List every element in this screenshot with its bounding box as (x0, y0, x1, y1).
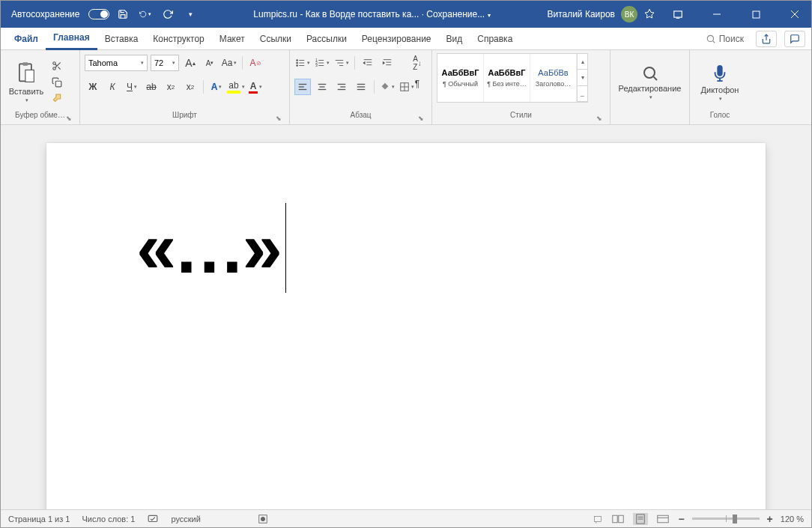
redo-icon[interactable] (162, 8, 174, 20)
underline-button[interactable]: Ч▾ (124, 79, 140, 95)
gallery-up[interactable]: ▴ (578, 54, 587, 70)
indent-dec-button[interactable] (360, 55, 376, 71)
font-size-select[interactable]: 72▾ (151, 55, 179, 71)
align-left-button[interactable] (294, 79, 311, 95)
ribbon-tabs: Файл Главная Вставка Конструктор Макет С… (1, 28, 811, 50)
svg-point-19 (296, 62, 298, 64)
clear-format-button[interactable]: A⊘ (247, 55, 264, 71)
italic-button[interactable]: К (104, 79, 121, 95)
shading-button[interactable]: ▾ (379, 79, 396, 95)
align-center-button[interactable] (314, 79, 330, 95)
align-justify-button[interactable] (353, 79, 369, 95)
svg-rect-62 (613, 515, 617, 523)
read-mode-button[interactable] (610, 513, 625, 525)
style-normal[interactable]: АаБбВвГ¶ Обычный (437, 54, 484, 102)
align-right-button[interactable] (333, 79, 350, 95)
coming-soon-icon[interactable] (643, 8, 655, 20)
paste-button[interactable]: Вставить ▾ (5, 53, 47, 111)
paragraph-group-label: Абзац (350, 111, 371, 119)
tab-review[interactable]: Рецензирование (354, 28, 439, 50)
spell-check-icon[interactable] (147, 514, 159, 524)
gallery-down[interactable]: ▾ (578, 70, 587, 85)
show-marks-button[interactable]: ¶ (409, 76, 425, 92)
superscript-button[interactable]: x2 (182, 79, 199, 95)
svg-text:3: 3 (315, 63, 318, 67)
style-heading1[interactable]: АаБбВвЗаголово… (530, 54, 577, 102)
maximize-button[interactable] (739, 1, 772, 28)
user-name[interactable]: Виталий Каиров (547, 9, 615, 19)
voice-group-label: Голос (710, 111, 730, 119)
tab-insert[interactable]: Вставка (97, 28, 146, 50)
zoom-level[interactable]: 120 % (781, 515, 804, 524)
macro-icon[interactable] (258, 514, 268, 524)
dictate-button[interactable]: Диктофон ▾ (694, 53, 745, 111)
text-effects-button[interactable]: A▾ (208, 79, 225, 95)
cut-icon[interactable] (50, 60, 64, 72)
svg-line-15 (55, 64, 57, 65)
style-no-spacing[interactable]: АаБбВвГ¶ Без инте… (484, 54, 530, 102)
font-name-select[interactable]: Tahoma▾ (85, 55, 148, 71)
tab-layout[interactable]: Макет (212, 28, 252, 50)
page-indicator[interactable]: Страница 1 из 1 (8, 515, 70, 524)
numbering-button[interactable]: 123▾ (314, 55, 330, 71)
bullets-button[interactable]: ▾ (294, 55, 311, 71)
qat-customize-icon[interactable]: ▾ (184, 8, 196, 20)
tab-view[interactable]: Вид (439, 28, 470, 50)
share-button[interactable] (756, 31, 777, 47)
zoom-slider[interactable] (692, 518, 760, 520)
styles-gallery[interactable]: АаБбВвГ¶ Обычный АаБбВвГ¶ Без инте… АаБб… (437, 53, 588, 103)
svg-point-17 (296, 59, 298, 61)
svg-line-14 (58, 67, 60, 69)
font-color-button[interactable]: A▾ (247, 79, 264, 95)
close-button[interactable] (778, 1, 811, 28)
svg-rect-67 (658, 515, 668, 523)
shrink-font-button[interactable]: A▾ (202, 55, 218, 71)
styles-dialog-launcher[interactable]: ⬊ (595, 115, 604, 124)
strike-button[interactable]: ab (143, 79, 160, 95)
editing-button[interactable]: Редактирование ▾ (615, 53, 685, 111)
web-layout-button[interactable] (655, 513, 670, 525)
print-layout-button[interactable] (633, 513, 648, 525)
search-icon (706, 34, 716, 44)
ribbon-display-icon[interactable] (661, 1, 694, 28)
sort-button[interactable]: AZ↓ (409, 55, 425, 71)
clipboard-dialog-launcher[interactable]: ⬊ (64, 115, 73, 124)
tab-references[interactable]: Ссылки (252, 28, 299, 50)
comments-button[interactable] (784, 31, 805, 47)
tab-mailings[interactable]: Рассылки (299, 28, 354, 50)
zoom-out-button[interactable]: − (678, 513, 684, 525)
paragraph-dialog-launcher[interactable]: ⬊ (416, 115, 425, 124)
minimize-button[interactable] (700, 1, 733, 28)
subscript-button[interactable]: x2 (163, 79, 179, 95)
indent-inc-button[interactable] (379, 55, 396, 71)
svg-point-11 (53, 61, 56, 64)
tab-design[interactable]: Конструктор (145, 28, 211, 50)
user-avatar[interactable]: ВК (621, 6, 637, 22)
tab-file[interactable]: Файл (7, 28, 46, 50)
gallery-more[interactable]: ⎯ (578, 86, 587, 102)
save-icon[interactable] (117, 8, 129, 20)
tab-help[interactable]: Справка (470, 28, 520, 50)
copy-icon[interactable] (50, 76, 64, 88)
document-area[interactable]: «…» (1, 125, 811, 509)
search-box[interactable]: Поиск (701, 34, 748, 44)
change-case-button[interactable]: Aa▾ (221, 55, 237, 71)
format-painter-icon[interactable] (50, 93, 64, 105)
highlight-button[interactable]: ab▾ (228, 79, 244, 95)
word-count[interactable]: Число слов: 1 (82, 515, 135, 524)
autosave-toggle[interactable] (88, 9, 109, 19)
grow-font-button[interactable]: A▴ (182, 55, 199, 71)
clipboard-group-label: Буфер обме… (15, 111, 65, 119)
page[interactable]: «…» (46, 143, 766, 509)
font-dialog-launcher[interactable]: ⬊ (274, 115, 283, 124)
multilevel-button[interactable]: ▾ (333, 55, 350, 71)
zoom-in-button[interactable]: + (767, 513, 773, 525)
tab-home[interactable]: Главная (46, 28, 97, 50)
undo-icon[interactable]: ▾ (139, 8, 151, 20)
document-text[interactable]: «…» (136, 203, 676, 293)
autosave-label: Автосохранение (1, 9, 85, 19)
bold-button[interactable]: Ж (85, 79, 101, 95)
display-settings-icon[interactable] (593, 514, 603, 524)
language-indicator[interactable]: русский (171, 515, 200, 524)
svg-rect-9 (22, 62, 28, 66)
